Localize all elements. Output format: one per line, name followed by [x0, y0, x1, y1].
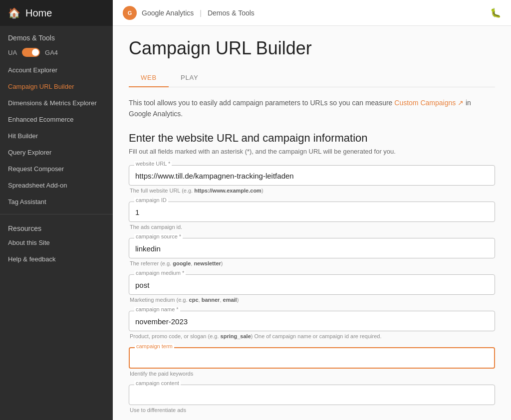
- form-field-campaign-content: campaign content Use to differentiate ad…: [129, 385, 495, 413]
- field-wrapper-campaign-term: campaign term: [129, 347, 495, 369]
- home-icon: 🏠: [8, 7, 20, 19]
- field-hint-campaign-name: Product, promo code, or slogan (e.g. spr…: [130, 333, 495, 339]
- form-field-campaign-name: campaign name * Product, promo code, or …: [129, 311, 495, 339]
- campaign-medium-input[interactable]: [135, 280, 489, 290]
- campaign-id-input[interactable]: [135, 207, 489, 217]
- ua-ga4-toggle[interactable]: [22, 48, 40, 57]
- field-wrapper-campaign-content: campaign content: [129, 385, 495, 405]
- form-field-campaign-source: campaign source * The referrer (e.g. goo…: [129, 238, 495, 266]
- field-hint-campaign-source: The referrer (e.g. google, newsletter): [130, 260, 495, 266]
- tabs-row: WEB PLAY: [129, 69, 495, 87]
- field-label-campaign-content: campaign content: [134, 381, 181, 386]
- field-wrapper-website-url: website URL *: [129, 165, 495, 186]
- sidebar-item-query-explorer[interactable]: Query Explorer: [0, 144, 113, 161]
- resources-section: Resources About this Site Help & feedbac…: [0, 218, 113, 269]
- section-heading: Enter the website URL and campaign infor…: [129, 132, 495, 145]
- field-hint-campaign-id: The ads campaign id.: [130, 224, 495, 230]
- field-wrapper-campaign-source: campaign source *: [129, 238, 495, 258]
- campaign-term-input[interactable]: [136, 353, 488, 364]
- topbar: G Google Analytics | Demos & Tools 🐛: [113, 0, 511, 26]
- field-wrapper-campaign-id: campaign ID: [129, 202, 495, 222]
- field-label-campaign-medium: campaign medium *: [134, 270, 186, 276]
- field-label-website-url: website URL *: [134, 161, 172, 167]
- sidebar-item-campaign-url-builder[interactable]: Campaign URL Builder: [0, 78, 113, 95]
- ua-ga4-toggle-row: UA GA4: [0, 46, 113, 62]
- sidebar-header[interactable]: 🏠 Home: [0, 0, 113, 26]
- field-hint-campaign-term: Identify the paid keywords: [130, 371, 495, 377]
- sidebar-item-dimensions-metrics[interactable]: Dimensions & Metrics Explorer: [0, 95, 113, 111]
- sidebar-item-spreadsheet-addon[interactable]: Spreadsheet Add-on: [0, 177, 113, 194]
- ga-logo: G: [123, 6, 137, 20]
- sidebar-item-enhanced-ecommerce[interactable]: Enhanced Ecommerce: [0, 111, 113, 128]
- sidebar: 🏠 Home Demos & Tools UA GA4 Account Expl…: [0, 0, 113, 420]
- field-hint-website-url: The full website URL (e.g. https://www.e…: [130, 188, 495, 194]
- field-wrapper-campaign-name: campaign name *: [129, 311, 495, 331]
- sidebar-item-account-explorer[interactable]: Account Explorer: [0, 62, 113, 78]
- field-label-campaign-term: campaign term: [135, 344, 174, 349]
- demos-tools-title: Demos & Tools: [0, 26, 113, 46]
- tab-play[interactable]: PLAY: [169, 69, 210, 87]
- bug-icon[interactable]: 🐛: [490, 7, 501, 18]
- field-label-campaign-source: campaign source *: [134, 234, 183, 239]
- form-field-campaign-term: campaign term Identify the paid keywords: [129, 347, 495, 377]
- form-field-campaign-id: campaign ID The ads campaign id.: [129, 202, 495, 230]
- topbar-subtitle: Demos & Tools: [208, 9, 255, 17]
- form-field-campaign-medium: campaign medium * Marketing medium (e.g.…: [129, 274, 495, 303]
- sidebar-item-help-feedback[interactable]: Help & feedback: [8, 251, 105, 267]
- sidebar-item-about-site[interactable]: About this Site: [8, 234, 105, 251]
- sidebar-item-tag-assistant[interactable]: Tag Assistant: [0, 194, 113, 210]
- description-main: This tool allows you to easily add campa…: [129, 99, 394, 107]
- field-label-campaign-name: campaign name *: [134, 307, 180, 312]
- ua-label: UA: [8, 49, 17, 56]
- main-content: G Google Analytics | Demos & Tools 🐛 Cam…: [113, 0, 511, 420]
- sidebar-item-hit-builder[interactable]: Hit Builder: [0, 128, 113, 144]
- resources-title: Resources: [8, 224, 105, 232]
- sidebar-nav: Account Explorer Campaign URL Builder Di…: [0, 62, 113, 210]
- field-wrapper-campaign-medium: campaign medium *: [129, 274, 495, 295]
- content-area: Campaign URL Builder WEB PLAY This tool …: [113, 26, 511, 420]
- ga4-label: GA4: [45, 49, 58, 56]
- sidebar-item-request-composer[interactable]: Request Composer: [0, 161, 113, 177]
- page-title: Campaign URL Builder: [129, 38, 495, 59]
- field-hint-campaign-content: Use to differentiate ads: [130, 407, 495, 413]
- campaign-source-input[interactable]: [135, 243, 489, 254]
- custom-campaigns-link[interactable]: Custom Campaigns ↗: [394, 99, 464, 107]
- field-hint-campaign-medium: Marketing medium (e.g. cpc, banner, emai…: [130, 297, 495, 303]
- campaign-content-input[interactable]: [135, 390, 489, 401]
- svg-text:G: G: [128, 10, 132, 16]
- description-text: This tool allows you to easily add campa…: [129, 97, 495, 120]
- tab-web[interactable]: WEB: [129, 69, 169, 87]
- sidebar-divider: [0, 214, 113, 214]
- sidebar-home-label: Home: [25, 7, 52, 19]
- topbar-brand: Google Analytics: [142, 9, 194, 17]
- field-label-campaign-id: campaign ID: [134, 198, 168, 203]
- website-url-input[interactable]: [135, 171, 489, 181]
- section-subtext: Fill out all fields marked with an aster…: [129, 148, 495, 155]
- topbar-separator: |: [200, 9, 202, 17]
- form-field-website-url: website URL * The full website URL (e.g.…: [129, 165, 495, 194]
- campaign-name-input[interactable]: [135, 316, 489, 327]
